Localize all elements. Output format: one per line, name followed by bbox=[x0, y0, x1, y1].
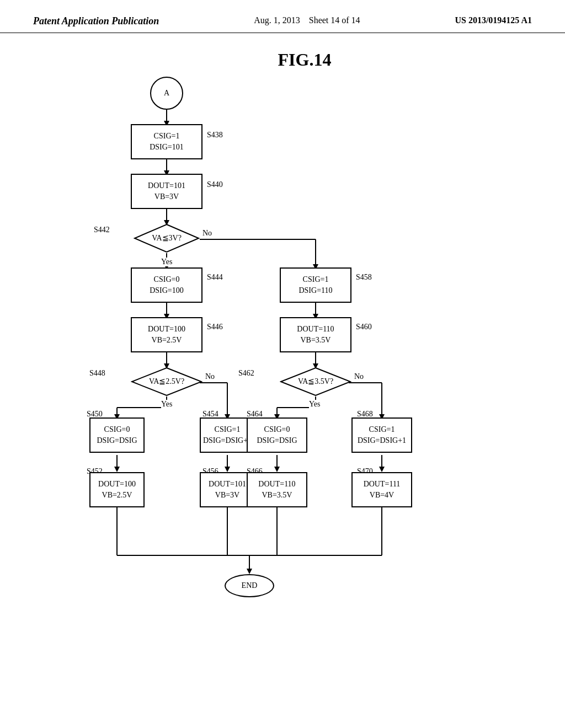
s444-box: CSIG=0 DSIG=100 bbox=[131, 267, 202, 303]
page-header: Patent Application Publication Aug. 1, 2… bbox=[0, 0, 565, 33]
s470-box: DOUT=111 VB=4V bbox=[351, 472, 412, 507]
s452-box: DOUT=100 VB=2.5V bbox=[89, 472, 145, 507]
s440-box: DOUT=101 VB=3V bbox=[131, 174, 202, 209]
s438-label: S438 bbox=[207, 131, 223, 140]
yes3-label: Yes bbox=[309, 400, 320, 409]
svg-marker-40 bbox=[379, 467, 385, 472]
publication-date: Aug. 1, 2013 bbox=[254, 15, 300, 25]
start-node: A bbox=[150, 77, 183, 110]
s458-box: CSIG=1 DSIG=110 bbox=[280, 267, 351, 303]
yes2-label: Yes bbox=[161, 400, 172, 409]
svg-marker-23 bbox=[114, 467, 120, 472]
s446-label: S446 bbox=[207, 323, 223, 331]
s448-diamond: VA≦2.5V? bbox=[131, 367, 202, 397]
s440-label: S440 bbox=[207, 180, 223, 189]
publication-title: Patent Application Publication bbox=[33, 15, 159, 27]
s442-diamond: VA≦3V? bbox=[134, 223, 200, 253]
header-center: Aug. 1, 2013 Sheet 14 of 14 bbox=[254, 15, 360, 25]
s450-box: CSIG=0 DSIG=DSIG bbox=[89, 417, 145, 453]
no3-label: No bbox=[354, 372, 364, 381]
s460-box: DOUT=110 VB=3.5V bbox=[280, 317, 351, 352]
svg-marker-25 bbox=[225, 467, 230, 472]
no1-label: No bbox=[202, 229, 212, 238]
yes1-label: Yes bbox=[161, 258, 172, 266]
s444-label: S444 bbox=[207, 273, 223, 282]
patent-number: US 2013/0194125 A1 bbox=[455, 15, 532, 25]
flowchart: A CSIG=1 DSIG=101 S438 DOUT=101 VB=3V S4… bbox=[45, 76, 520, 699]
s462-label: S462 bbox=[238, 369, 254, 378]
end-node: END bbox=[225, 574, 274, 597]
main-content: FIG.14 bbox=[0, 33, 565, 715]
svg-marker-38 bbox=[274, 467, 280, 472]
svg-marker-47 bbox=[247, 569, 252, 574]
s442-label: S442 bbox=[94, 226, 110, 234]
s446-box: DOUT=100 VB=2.5V bbox=[131, 317, 202, 352]
s466-box: DOUT=110 VB=3.5V bbox=[247, 472, 307, 507]
s458-label: S458 bbox=[356, 273, 372, 282]
s468-box: CSIG=1 DSIG=DSIG+1 bbox=[351, 417, 412, 453]
s460-label: S460 bbox=[356, 323, 372, 331]
figure-title: FIG.14 bbox=[77, 50, 532, 70]
s462-diamond: VA≦3.5V? bbox=[280, 367, 351, 397]
s448-label: S448 bbox=[89, 369, 105, 378]
sheet-info: Sheet 14 of 14 bbox=[309, 15, 360, 25]
s464-box: CSIG=0 DSIG=DSIG bbox=[247, 417, 307, 453]
s438-box: CSIG=1 DSIG=101 bbox=[131, 124, 202, 159]
no2-label: No bbox=[205, 372, 215, 381]
